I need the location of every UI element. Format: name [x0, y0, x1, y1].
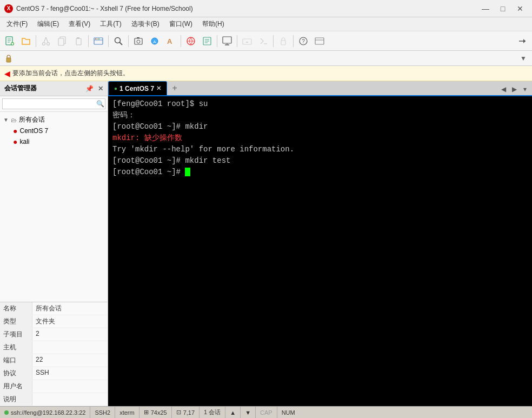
title-bar: X CentOS 7 - feng@Coo01:~ - Xshell 7 (Fr… [0, 0, 532, 17]
help-button[interactable]: ? [296, 34, 311, 49]
maximize-button[interactable]: □ [495, 2, 510, 15]
more-down-button[interactable]: ▼ [517, 52, 530, 65]
tab-nav-next[interactable]: ▶ [509, 84, 519, 94]
status-terminal: xterm [115, 407, 139, 418]
prop-description: 说明 [0, 393, 108, 406]
cut-button[interactable] [38, 34, 54, 49]
sessions-button[interactable] [91, 34, 106, 49]
cursor-icon: ⊡ [176, 409, 181, 416]
minimize-button[interactable]: — [478, 2, 493, 15]
sidebar-title: 会话管理器 [4, 84, 37, 93]
menu-edit[interactable]: 编辑(E) [33, 18, 63, 30]
svg-point-19 [98, 38, 99, 39]
svg-point-18 [97, 38, 98, 39]
tree-item-kali-label: kali [19, 138, 29, 145]
window-controls: — □ ✕ [478, 2, 528, 15]
sidebar-properties: 名称 所有会话 类型 文件夹 子项目 2 主机 端口 22 协议 SSH [0, 302, 108, 406]
tree-item-centos7-label: CentOS 7 [19, 127, 48, 135]
script-button[interactable] [256, 34, 271, 49]
tab-nav-prev[interactable]: ◀ [498, 84, 508, 94]
tab-close-icon[interactable]: ✕ [156, 85, 161, 92]
sidebar-search-icon: 🔍 [96, 100, 104, 108]
terminal-line-2: 密码： [112, 110, 528, 121]
size-icon: ⊞ [144, 409, 149, 416]
pin-icon[interactable]: 📌 [85, 85, 94, 92]
sidebar-close-icon[interactable]: ✕ [98, 85, 103, 92]
tab-navigation: ◀ ▶ ▾ [498, 84, 532, 95]
close-button[interactable]: ✕ [513, 2, 528, 15]
svg-rect-24 [137, 37, 139, 38]
svg-rect-46 [281, 41, 285, 45]
terminal[interactable]: [feng@Coo01 root]$ su 密码： [root@Coo01 ~]… [108, 96, 532, 406]
tab-add-button[interactable]: + [168, 82, 181, 94]
status-sessions-text: 1 会话 [204, 408, 221, 416]
menu-view[interactable]: 查看(V) [64, 18, 95, 30]
open-button[interactable] [18, 34, 34, 49]
new-session-button[interactable] [2, 34, 17, 49]
svg-marker-52 [523, 39, 526, 43]
font-button[interactable]: A [163, 34, 178, 49]
search-button[interactable] [111, 34, 126, 49]
prop-port: 端口 22 [0, 354, 108, 367]
svg-rect-53 [6, 58, 11, 62]
svg-point-8 [47, 42, 50, 45]
menu-file[interactable]: 文件(F) [2, 18, 32, 30]
toolbar-separator-5 [181, 35, 181, 47]
svg-text:A: A [167, 37, 172, 45]
prop-protocol: 协议 SSH [0, 367, 108, 380]
transfer-button[interactable] [200, 34, 215, 49]
tree-group-label: 所有会话 [19, 115, 45, 124]
status-scroll-down[interactable]: ▼ [241, 407, 256, 418]
svg-point-7 [43, 42, 45, 45]
keyboard-button[interactable] [240, 34, 255, 49]
connection-led [4, 410, 9, 415]
screenshot-button[interactable] [131, 34, 146, 49]
zoom-button[interactable] [220, 34, 235, 49]
toolbar-separator-9 [293, 35, 294, 47]
about-button[interactable] [312, 34, 327, 49]
status-size: ⊞ 74x25 [139, 407, 172, 418]
tab-active-icon: ● [114, 85, 117, 91]
menu-tabs[interactable]: 选项卡(B) [127, 18, 164, 30]
lock-small-button[interactable] [2, 52, 15, 65]
prop-children: 子项目 2 [0, 328, 108, 341]
toolbar-separator-4 [128, 35, 129, 47]
color-button[interactable]: A [147, 34, 162, 49]
session-icon-kali: ● [13, 137, 17, 146]
sessions-banner-text: 要添加当前会话，点击左侧的箭头按钮。 [12, 69, 129, 78]
sidebar-header: 会话管理器 📌 ✕ [0, 81, 108, 96]
tree-item-kali[interactable]: ● kali [0, 136, 108, 147]
copy-button[interactable] [55, 34, 70, 49]
svg-line-21 [119, 42, 122, 45]
status-scroll-up[interactable]: ▲ [225, 407, 241, 418]
menu-window[interactable]: 窗口(W) [165, 18, 197, 30]
main-area: 会话管理器 📌 ✕ 🔍 ▼ 🗁 所有会话 ● CentOS 7 ● kali [0, 81, 532, 406]
sidebar-search-input[interactable] [2, 98, 105, 109]
tab-centos7[interactable]: ● 1 CentOS 7 ✕ [108, 81, 167, 95]
paste-button[interactable] [71, 34, 86, 49]
tree-item-centos7[interactable]: ● CentOS 7 [0, 125, 108, 136]
app-icon: X [4, 4, 13, 13]
tab-nav-menu[interactable]: ▾ [520, 84, 530, 94]
terminal-line-5: Try 'mkdir --help' for more information. [112, 144, 528, 155]
menu-tools[interactable]: 工具(T) [96, 18, 125, 30]
scroll-up-icon[interactable]: ▲ [230, 409, 236, 416]
tree-group-all-sessions[interactable]: ▼ 🗁 所有会话 [0, 114, 108, 125]
sftp-button[interactable] [183, 34, 198, 49]
svg-rect-34 [223, 37, 231, 43]
prop-type: 类型 文件夹 [0, 315, 108, 328]
window-title: CentOS 7 - feng@Coo01:~ - Xshell 7 (Free… [16, 5, 478, 12]
expand-icon: ▼ [3, 117, 9, 123]
toolbar-separator-7 [237, 35, 237, 47]
cap-text: CAP [260, 409, 272, 416]
session-icon-centos7: ● [13, 127, 17, 135]
status-path: ssh://feng@192.168.22.3:22 [0, 407, 90, 418]
lock-button[interactable] [276, 34, 291, 49]
toolbar-more-button[interactable] [515, 34, 530, 49]
status-bar: ssh://feng@192.168.22.3:22 SSH2 xterm ⊞ … [0, 406, 532, 418]
svg-rect-49 [315, 38, 324, 44]
menu-help[interactable]: 帮助(H) [198, 18, 229, 30]
folder-icon: 🗁 [11, 117, 17, 123]
scroll-down-icon[interactable]: ▼ [245, 409, 251, 416]
prop-name: 名称 所有会话 [0, 302, 108, 315]
